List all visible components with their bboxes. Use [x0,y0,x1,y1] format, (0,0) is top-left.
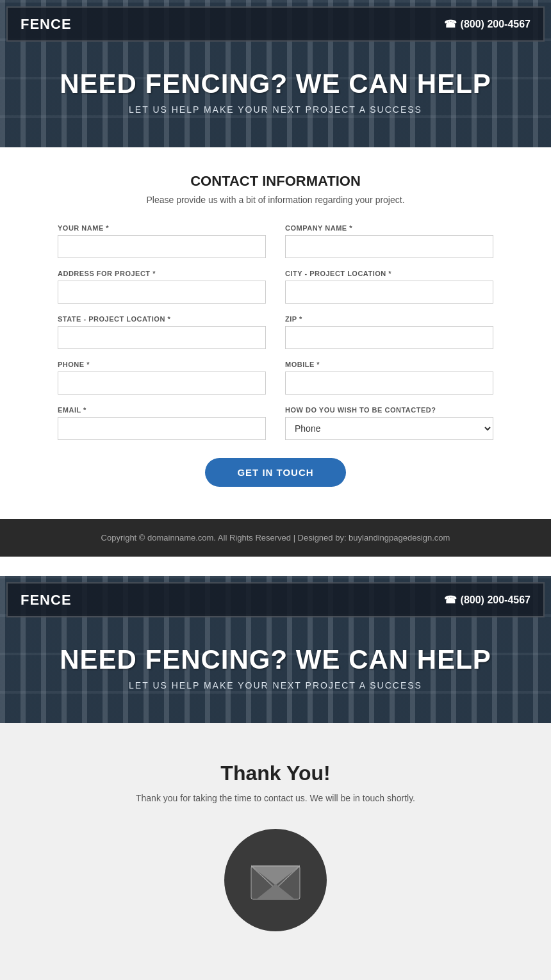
label-contact-method: HOW DO YOU WISH TO BE CONTACTED? [285,406,493,414]
form-group-name: YOUR NAME * [58,224,266,258]
form-group-city: CITY - PROJECT LOCATION * [285,270,493,304]
label-mobile: MOBILE * [285,361,493,368]
form-group-state: STATE - PROJECT LOCATION * [58,315,266,349]
label-phone: PHONE * [58,361,266,368]
footer-text: Copyright © domainname.com. All Rights R… [101,533,450,543]
form-section-title: CONTACT INFORMATION [190,173,361,190]
hero-subtitle: LET US HELP MAKE YOUR NEXT PROJECT A SUC… [129,104,422,115]
form-group-email: EMAIL * [58,406,266,440]
label-zip: ZIP * [285,315,493,323]
page-spacer [0,557,551,576]
mail-icon [250,854,301,906]
brand-logo-2: FENCE [21,592,72,608]
hero-subtitle-2: LET US HELP MAKE YOUR NEXT PROJECT A SUC… [129,680,422,690]
thankyou-section: Thank You! Thank you for taking the time… [0,723,551,980]
form-group-address: ADDRESS FOR PROJECT * [58,270,266,304]
hero-content: NEED FENCING? WE CAN HELP LET US HELP MA… [0,35,551,147]
label-city: CITY - PROJECT LOCATION * [285,270,493,277]
input-zip[interactable] [285,326,493,349]
hero-section-2: FENCE ☎ (800) 200-4567 NEED FENCING? WE … [0,576,551,723]
form-group-company: COMPANY NAME * [285,224,493,258]
label-name: YOUR NAME * [58,224,266,232]
page-1: FENCE ☎ (800) 200-4567 NEED FENCING? WE … [0,0,551,557]
phone-number[interactable]: ☎ (800) 200-4567 [444,18,530,30]
label-address: ADDRESS FOR PROJECT * [58,270,266,277]
phone-icon: ☎ [444,18,457,30]
label-state: STATE - PROJECT LOCATION * [58,315,266,323]
contact-form-section: CONTACT INFORMATION Please provide us wi… [0,147,551,519]
phone-icon-2: ☎ [444,594,457,606]
hero-title-2: NEED FENCING? WE CAN HELP [60,644,491,675]
form-group-mobile: MOBILE * [285,361,493,395]
thankyou-title: Thank You! [220,762,330,785]
brand-logo: FENCE [21,16,72,33]
phone-text-2: (800) 200-4567 [461,594,530,606]
hero-title: NEED FENCING? WE CAN HELP [60,69,491,99]
input-mobile[interactable] [285,372,493,395]
input-address[interactable] [58,281,266,304]
input-email[interactable] [58,417,266,440]
hero-section: FENCE ☎ (800) 200-4567 NEED FENCING? WE … [0,0,551,147]
phone-text: (800) 200-4567 [461,19,530,30]
get-in-touch-button[interactable]: GET IN TOUCH [205,458,345,487]
mail-icon-container [224,829,327,931]
form-group-phone: PHONE * [58,361,266,395]
form-section-subtitle: Please provide us with a bit of informat… [146,195,404,205]
label-company: COMPANY NAME * [285,224,493,232]
select-contact-method[interactable]: Phone Email Mobile [285,417,493,440]
label-email: EMAIL * [58,406,266,414]
page1-footer: Copyright © domainname.com. All Rights R… [0,519,551,557]
hero-content-2: NEED FENCING? WE CAN HELP LET US HELP MA… [0,611,551,723]
page-2: FENCE ☎ (800) 200-4567 NEED FENCING? WE … [0,576,551,980]
input-company[interactable] [285,235,493,258]
input-state[interactable] [58,326,266,349]
input-name[interactable] [58,235,266,258]
form-group-zip: ZIP * [285,315,493,349]
input-phone[interactable] [58,372,266,395]
thankyou-text: Thank you for taking the time to contact… [136,793,415,803]
input-city[interactable] [285,281,493,304]
phone-number-2[interactable]: ☎ (800) 200-4567 [444,594,530,606]
contact-form: YOUR NAME * COMPANY NAME * ADDRESS FOR P… [58,224,493,440]
form-group-contact-method: HOW DO YOU WISH TO BE CONTACTED? Phone E… [285,406,493,440]
